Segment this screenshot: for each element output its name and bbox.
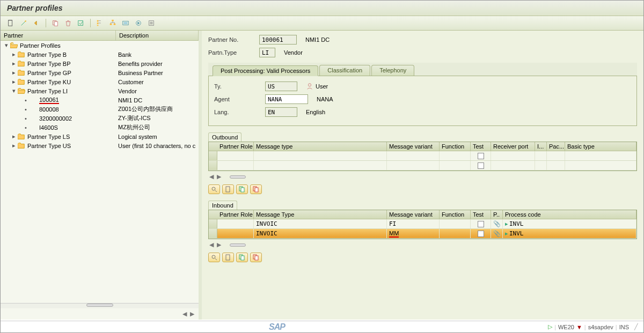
tree-col-partner[interactable]: Partner [1, 31, 116, 40]
tree-body[interactable]: ▾ Partner Profiles ▸Partner Type BBank▸P… [1, 41, 199, 303]
check-icon[interactable] [76, 18, 86, 28]
checkbox[interactable] [478, 162, 484, 169]
tree-item[interactable]: ▸Partner Type GPBusiness Partner [1, 68, 199, 77]
scroll-right-icon[interactable]: ▶ [217, 173, 221, 180]
checkbox[interactable] [478, 153, 484, 159]
scroll-left-icon[interactable]: ◀ [209, 173, 214, 180]
partn-type-input[interactable] [259, 48, 275, 57]
delete-button[interactable] [250, 253, 262, 262]
tab-telephony[interactable]: Telephony [371, 65, 414, 76]
attachment-icon[interactable]: 📎 [493, 220, 501, 227]
table-row[interactable]: INVOICMM📎▸INVL [209, 229, 636, 239]
partner-no-input[interactable] [259, 35, 297, 45]
prev-icon[interactable]: ◀ [182, 310, 187, 317]
row-handle[interactable] [209, 219, 217, 228]
tree-col-description[interactable]: Description [116, 31, 199, 40]
outbound-grid[interactable]: Partner Role Message type Message varian… [208, 142, 637, 171]
col-partner-role[interactable]: Partner Role [217, 210, 254, 219]
inbound-grid[interactable]: Partner Role Message Type Message varian… [208, 210, 637, 239]
agent-input[interactable] [265, 94, 308, 104]
lang-desc: English [306, 109, 325, 115]
checkbox[interactable] [478, 231, 484, 237]
activate-icon[interactable] [32, 18, 41, 28]
toggle-icon[interactable]: ▸ [10, 133, 18, 140]
collapse-icon[interactable]: ▾ [3, 42, 10, 49]
new-icon[interactable] [6, 18, 16, 28]
col-pac[interactable]: Pac... [547, 142, 565, 151]
scroll-left-icon[interactable]: ◀ [209, 241, 214, 248]
col-i[interactable]: I... [535, 142, 547, 151]
toggle-icon[interactable]: ▸ [10, 78, 18, 85]
resize-icon[interactable]: ╱ [634, 323, 638, 330]
execute-icon[interactable] [134, 18, 143, 28]
copy-icon[interactable] [50, 18, 60, 28]
col-test[interactable]: Test [471, 210, 491, 219]
svg-rect-27 [255, 256, 258, 260]
display-icon[interactable] [121, 18, 130, 28]
delete-icon[interactable] [63, 18, 73, 28]
status-system: s4sapdev [588, 324, 613, 330]
table-row[interactable]: INVOICFI📎▸INVL [209, 219, 636, 229]
dropdown-icon[interactable]: ▼ [576, 324, 582, 330]
tree-item[interactable]: ▸Partner Type BPBenefits provider [1, 59, 199, 68]
column-config-handle[interactable] [230, 175, 246, 179]
col-message-variant[interactable]: Message variant [387, 142, 440, 151]
tree-item[interactable]: ▾Partner Type LIVendor [1, 86, 199, 95]
tree-leaf[interactable]: •I4600SMZ杭州公司 [1, 123, 199, 132]
delete-button[interactable] [250, 184, 262, 194]
col-test[interactable]: Test [471, 142, 491, 151]
col-function[interactable]: Function [440, 142, 471, 151]
tree-leaf[interactable]: •800008Z001公司内部供应商 [1, 105, 199, 114]
settings-icon[interactable] [147, 18, 156, 28]
next-icon[interactable]: ▶ [190, 310, 194, 317]
col-message-type[interactable]: Message Type [254, 210, 387, 219]
tab-content: Ty. User Agent NANA Lang. English [208, 76, 637, 126]
pane-resize-handle[interactable] [1, 303, 199, 308]
execute-icon[interactable]: ▷ [548, 323, 552, 330]
checkbox[interactable] [478, 221, 484, 227]
row-handle[interactable] [209, 229, 217, 238]
copy-button[interactable] [236, 184, 248, 194]
toggle-icon[interactable]: ▸ [10, 60, 18, 67]
toggle-icon[interactable]: ▾ [10, 87, 18, 94]
detail-button[interactable] [208, 184, 220, 194]
toggle-icon[interactable]: ▸ [10, 69, 18, 76]
scroll-right-icon[interactable]: ▶ [217, 241, 221, 248]
svg-point-16 [212, 187, 215, 190]
detail-button[interactable] [208, 253, 220, 262]
tree-item[interactable]: ▸Partner Type KUCustomer [1, 77, 199, 86]
attachment-icon[interactable]: 📎 [493, 230, 501, 237]
col-partner-role[interactable]: Partner Role [217, 142, 254, 151]
table-row[interactable] [209, 161, 636, 171]
column-config-handle[interactable] [230, 243, 246, 247]
tree-icon[interactable] [108, 18, 118, 28]
tab-post-processing[interactable]: Post Processing: Valid Processors [213, 65, 318, 76]
col-p[interactable]: P.. [491, 210, 503, 219]
status-tcode[interactable]: WE20 [558, 324, 574, 330]
tree-leaf[interactable]: •100061NMI1 DC [1, 95, 199, 105]
tab-classification[interactable]: Classification [319, 65, 370, 76]
hierarchy-icon[interactable] [95, 18, 105, 28]
create-button[interactable] [222, 184, 234, 194]
copy-button[interactable] [236, 253, 248, 262]
col-message-type[interactable]: Message type [254, 142, 387, 151]
col-function[interactable]: Function [440, 210, 471, 219]
tree-label: Partner Type KU [27, 79, 71, 85]
tree-leaf[interactable]: •3200000002ZY-测试-ICS [1, 114, 199, 123]
tree-item[interactable]: ▸Partner Type BBank [1, 50, 199, 59]
col-basic-type[interactable]: Basic type [565, 142, 636, 151]
bullet-icon: • [22, 106, 30, 113]
toggle-icon[interactable]: ▸ [10, 51, 18, 58]
tree-item[interactable]: ▸Partner Type USUser (first 10 character… [1, 141, 199, 150]
col-receiver-port[interactable]: Receiver port [491, 142, 535, 151]
col-message-variant[interactable]: Message variant [387, 210, 440, 219]
tree-root[interactable]: ▾ Partner Profiles [1, 41, 199, 50]
lang-input[interactable] [265, 107, 297, 117]
ty-input[interactable] [265, 82, 297, 91]
table-row[interactable] [209, 151, 636, 161]
tree-item[interactable]: ▸Partner Type LSLogical system [1, 132, 199, 141]
col-process-code[interactable]: Process code [503, 210, 636, 219]
create-button[interactable] [222, 253, 234, 262]
wand-icon[interactable] [19, 18, 28, 28]
toggle-icon[interactable]: ▸ [10, 142, 18, 149]
